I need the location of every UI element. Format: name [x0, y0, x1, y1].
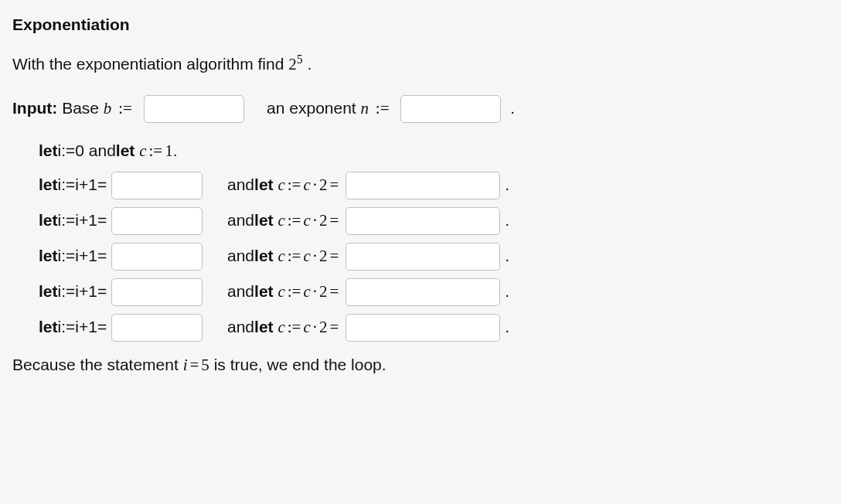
let-kw: let: [254, 243, 274, 269]
two: 2: [319, 172, 328, 198]
let-kw: let: [254, 172, 274, 198]
assign-op: :=: [285, 279, 304, 305]
eq-op: =: [328, 279, 342, 305]
init-i: i:=0 and: [58, 138, 116, 164]
period: .: [505, 315, 509, 340]
two: 2: [319, 315, 328, 340]
period: .: [505, 279, 509, 305]
intro-text: With the exponentiation algorithm find 2…: [12, 52, 829, 77]
c-var: c: [277, 172, 284, 198]
let-kw: let: [39, 138, 58, 164]
steps-block: let i:=0 and let c:=1. let i:=i+1= and l…: [12, 138, 829, 342]
exp-label-pre: an exponent: [267, 99, 360, 117]
eq-op: =: [328, 243, 342, 269]
dot-op: ·: [311, 315, 319, 340]
intro-base: 2: [288, 55, 297, 73]
i-expr: i:=i+1=: [58, 243, 107, 269]
c-var2: c: [303, 208, 310, 233]
let-kw: let: [39, 279, 58, 305]
let-kw-2: let: [116, 138, 135, 164]
period: .: [505, 243, 509, 269]
period: .: [173, 138, 178, 164]
iter-step: let i:=i+1= and let c:=c·2=.: [39, 172, 829, 199]
iter-step: let i:=i+1= and let c:=c·2=.: [39, 278, 829, 306]
assign-op-1: :=: [116, 99, 134, 117]
iter-step: let i:=i+1= and let c:=c·2=.: [39, 243, 829, 271]
exponent-input[interactable]: [400, 95, 501, 123]
base-label-pre: Base: [57, 99, 104, 117]
and-text: and: [227, 208, 254, 233]
i-value-input[interactable]: [111, 314, 203, 342]
let-kw: let: [254, 279, 274, 305]
i-expr: i:=i+1=: [58, 172, 107, 198]
c-var: c: [277, 315, 284, 340]
eq-op: =: [328, 315, 342, 340]
and-text: and: [227, 279, 254, 305]
base-var: b: [104, 99, 112, 117]
intro-prefix: With the exponentiation algorithm find: [12, 55, 288, 73]
init-step: let i:=0 and let c:=1.: [39, 138, 829, 164]
dot-op: ·: [311, 279, 319, 305]
let-kw: let: [39, 243, 58, 269]
c-var2: c: [303, 315, 310, 340]
closing-text: Because the statement i=5 is true, we en…: [12, 352, 829, 378]
c-var2: c: [303, 279, 310, 305]
dot-op: ·: [311, 208, 319, 233]
and-text: and: [227, 243, 254, 269]
c-value-input[interactable]: [346, 207, 500, 235]
c-var2: c: [303, 172, 310, 198]
dot-op: ·: [311, 172, 319, 198]
eq-op: =: [187, 356, 201, 374]
i-expr: i:=i+1=: [58, 208, 107, 233]
i-expr: i:=i+1=: [58, 315, 107, 340]
i-expr: i:=i+1=: [58, 279, 107, 305]
eq-op: =: [328, 172, 342, 198]
exp-var: n: [361, 99, 369, 117]
c-value-input[interactable]: [346, 172, 500, 199]
intro-sup: 5: [297, 53, 303, 66]
period-1: .: [510, 99, 515, 117]
assign-op-2: :=: [373, 99, 392, 117]
section-title: Exponentiation: [12, 12, 829, 38]
c-var: c: [277, 208, 284, 233]
and-text: and: [227, 172, 254, 198]
c-value-input[interactable]: [346, 243, 500, 271]
i-value-input[interactable]: [111, 278, 203, 306]
iter-step: let i:=i+1= and let c:=c·2=.: [39, 207, 829, 235]
eq-op: =: [328, 208, 342, 233]
two: 2: [319, 243, 328, 269]
c-value-input[interactable]: [346, 314, 500, 342]
let-kw: let: [39, 172, 58, 198]
assign-op: :=: [285, 172, 304, 198]
let-kw: let: [254, 208, 274, 233]
assign-op: :=: [285, 243, 304, 269]
dot-op: ·: [311, 243, 319, 269]
closing-post: is true, we end the loop.: [209, 356, 386, 373]
i-value-input[interactable]: [111, 243, 203, 271]
c-var: c: [139, 138, 146, 164]
closing-pre: Because the statement: [12, 356, 183, 373]
one: 1: [165, 138, 173, 164]
assign-op: :=: [285, 208, 304, 233]
c-var2: c: [303, 243, 310, 269]
c-value-input[interactable]: [346, 278, 500, 306]
iter-step: let i:=i+1= and let c:=c·2=.: [39, 314, 829, 342]
assign-op: :=: [147, 138, 165, 164]
period: .: [505, 208, 509, 233]
c-var: c: [277, 243, 284, 269]
c-var: c: [277, 279, 284, 305]
and-text: and: [227, 315, 254, 340]
intro-suffix: .: [303, 55, 312, 73]
five: 5: [201, 356, 209, 374]
i-value-input[interactable]: [111, 172, 203, 199]
input-line: Input: Base b := an exponent n := .: [12, 95, 829, 123]
input-label: Input:: [12, 99, 57, 117]
assign-op: :=: [285, 315, 304, 340]
base-input[interactable]: [144, 95, 244, 123]
let-kw: let: [254, 315, 274, 340]
let-kw: let: [39, 208, 58, 233]
two: 2: [319, 208, 328, 233]
let-kw: let: [39, 315, 58, 340]
i-value-input[interactable]: [111, 207, 203, 235]
period: .: [505, 172, 509, 198]
